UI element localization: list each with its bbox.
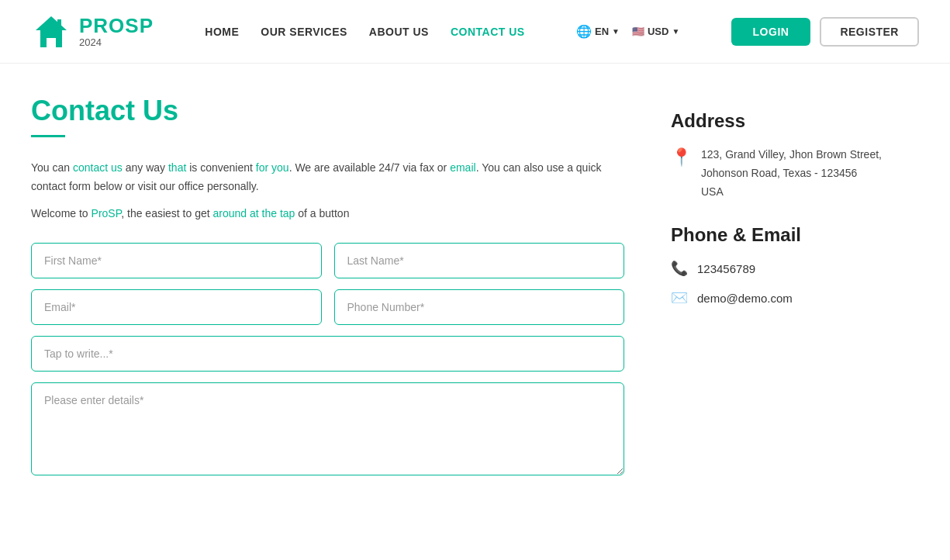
lang-chevron-icon: ▼ xyxy=(612,27,620,36)
register-button[interactable]: REGISTER xyxy=(820,17,919,47)
phone-row: 📞 123456789 xyxy=(671,260,919,277)
address-row: 📍 123, Grand Villey, Jhon Brown Street, … xyxy=(671,146,919,201)
nav-about-us[interactable]: ABOUT US xyxy=(369,26,429,38)
email-icon: ✉️ xyxy=(671,289,688,306)
svg-rect-3 xyxy=(57,19,61,27)
main-nav: HOME OUR SERVICES ABOUT US CONTACT US xyxy=(205,26,524,38)
email-phone-row xyxy=(31,289,624,325)
address-text: 123, Grand Villey, Jhon Brown Street, Jo… xyxy=(701,146,882,201)
message-input[interactable] xyxy=(31,336,624,372)
phone-email-title: Phone & Email xyxy=(671,224,919,246)
svg-rect-2 xyxy=(47,38,56,47)
email-row: ✉️ demo@demo.com xyxy=(671,289,919,306)
phone-input[interactable] xyxy=(334,289,625,325)
phone-icon: 📞 xyxy=(671,260,688,277)
welcome-text: Welcome to ProSP, the easiest to get aro… xyxy=(31,207,624,220)
title-underline xyxy=(31,135,65,137)
nav-home[interactable]: HOME xyxy=(205,26,239,38)
page-title: Contact Us xyxy=(31,95,624,127)
lang-currency-selector: 🌐 EN ▼ 🇺🇸 USD ▼ xyxy=(576,24,679,39)
last-name-input[interactable] xyxy=(334,243,625,278)
login-button[interactable]: LOGIN xyxy=(731,18,811,46)
intro-text: You can contact us any way that is conve… xyxy=(31,159,624,196)
main-content: Contact Us You can contact us any way th… xyxy=(0,64,950,520)
language-selector[interactable]: 🌐 EN ▼ xyxy=(576,24,620,39)
contact-info-section: Address 📍 123, Grand Villey, Jhon Brown … xyxy=(671,95,919,489)
email-input[interactable] xyxy=(31,289,322,325)
currency-chevron-icon: ▼ xyxy=(672,27,679,36)
first-name-input[interactable] xyxy=(31,243,322,278)
email-value: demo@demo.com xyxy=(697,292,793,305)
currency-flag-icon: 🇺🇸 xyxy=(632,26,644,37)
address-title: Address xyxy=(671,110,919,132)
language-label: EN xyxy=(595,26,609,37)
currency-selector[interactable]: 🇺🇸 USD ▼ xyxy=(632,26,679,37)
nav-our-services[interactable]: OUR SERVICES xyxy=(261,26,347,38)
currency-label: USD xyxy=(648,26,668,37)
header-actions: LOGIN REGISTER xyxy=(731,17,919,47)
name-row xyxy=(31,243,624,278)
logo-title: PROSP xyxy=(79,16,154,36)
location-pin-icon: 📍 xyxy=(671,147,692,168)
details-textarea[interactable] xyxy=(31,382,624,475)
logo-year: 2024 xyxy=(79,37,154,47)
contact-form xyxy=(31,243,624,489)
nav-contact-us[interactable]: CONTACT US xyxy=(451,26,525,38)
globe-icon: 🌐 xyxy=(576,24,592,39)
logo[interactable]: PROSP 2024 xyxy=(31,12,154,52)
site-header: PROSP 2024 HOME OUR SERVICES ABOUT US CO… xyxy=(0,0,950,64)
phone-value: 123456789 xyxy=(697,262,755,275)
contact-form-section: Contact Us You can contact us any way th… xyxy=(31,95,624,489)
